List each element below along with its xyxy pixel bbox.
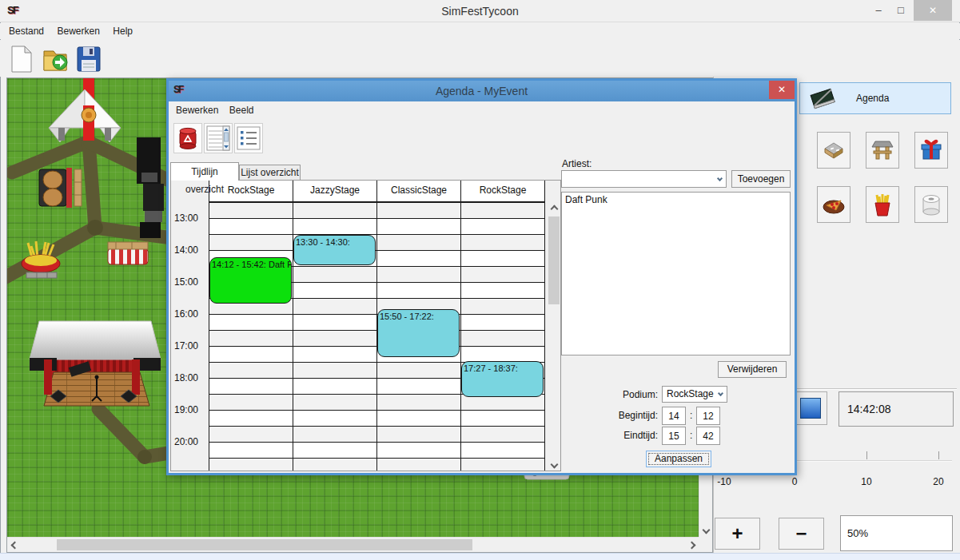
artist-label: Artiest: [562, 158, 592, 169]
chevron-up-icon [550, 205, 558, 212]
podium-dropdown[interactable]: RockStage [662, 386, 727, 403]
time-colon: : [690, 410, 692, 421]
dialog-menu-beeld[interactable]: Beeld [229, 101, 254, 116]
time-label: 19:00 [174, 404, 208, 415]
zoom-out-button[interactable]: − [779, 518, 824, 550]
timeline-view-button[interactable] [204, 123, 233, 153]
end-time-label: Eindtijd: [590, 430, 658, 441]
list-view-icon [237, 126, 261, 150]
blue-square-icon [800, 398, 821, 419]
schedule-scroll-thumb[interactable] [548, 216, 560, 304]
artist-listbox[interactable]: Daft Punk [561, 192, 791, 355]
chevron-down-icon [717, 176, 723, 181]
open-file-button[interactable] [40, 44, 70, 74]
chevron-right-icon [687, 541, 695, 549]
scroll-left-button[interactable] [7, 538, 22, 552]
item-stage-button[interactable] [866, 132, 899, 169]
apply-button[interactable]: Aanpassen [646, 451, 711, 467]
podium-label: Podium: [600, 389, 658, 400]
time-label: 18:00 [174, 372, 208, 383]
speaker-stack[interactable] [137, 137, 164, 238]
artist-dropdown[interactable] [561, 170, 727, 188]
time-label: 17:00 [174, 340, 208, 351]
agenda-book-icon [807, 85, 839, 112]
status-bar [0, 553, 960, 560]
save-floppy-icon [76, 46, 102, 73]
add-artist-button[interactable]: Toevoegen [731, 170, 791, 188]
events-layer: 14:12 - 15:42: Daft Punk13:30 - 14:30:15… [209, 202, 545, 471]
menu-bestand[interactable]: Bestand [8, 24, 45, 38]
item-fries-button[interactable] [866, 186, 899, 223]
main-toolbar [0, 40, 960, 77]
menu-help[interactable]: Help [112, 24, 133, 38]
tab-tijdlijn-overzicht[interactable]: Tijdlijn overzicht [170, 162, 239, 181]
column-header: JazzyStage [293, 181, 377, 201]
title-bar: SF SimFestTycoon – □ ✕ [0, 0, 960, 22]
gift-box-icon [918, 137, 944, 163]
burger-stand[interactable] [39, 168, 82, 208]
agenda-dialog: SF Agenda - MyEvent ✕ Bewerken Beeld [166, 78, 797, 475]
dialog-close-button[interactable]: ✕ [769, 81, 795, 99]
scroll-down-button[interactable] [548, 458, 560, 471]
end-minute-field[interactable] [696, 427, 720, 445]
start-hour-field[interactable] [662, 407, 686, 425]
delete-event-button[interactable] [173, 123, 202, 153]
zoom-value: 50% [840, 515, 953, 551]
striped-booth[interactable] [108, 242, 148, 264]
schedule-event[interactable]: 14:12 - 15:42: Daft Punk [209, 257, 292, 304]
dialog-menu-bar: Bewerken Beeld [169, 101, 795, 119]
start-time-label: Begintijd: [590, 410, 658, 421]
agenda-button[interactable]: Agenda [799, 82, 951, 114]
start-minute-field[interactable] [696, 407, 720, 425]
schedule-scrollbar[interactable] [548, 202, 560, 471]
maximize-button[interactable]: □ [890, 0, 911, 21]
chevron-down-icon [703, 526, 711, 534]
slider-label: -10 [710, 476, 739, 487]
end-hour-field[interactable] [662, 427, 686, 445]
item-gift-button[interactable] [914, 132, 948, 169]
close-button[interactable]: ✕ [914, 0, 952, 21]
scroll-up-button[interactable] [548, 202, 560, 215]
map-horizontal-scrollbar[interactable] [7, 537, 699, 552]
open-folder-icon [41, 45, 70, 73]
time-label: 14:00 [174, 244, 208, 256]
column-header: ClassicStage [377, 181, 461, 201]
slider-tick [938, 451, 939, 459]
schedule-event[interactable]: 17:27 - 18:37: [461, 361, 544, 397]
time-label: 13:00 [174, 212, 208, 224]
scroll-right-button[interactable] [684, 538, 699, 552]
dialog-title: Agenda - MyEvent [169, 81, 795, 101]
stage-structure-icon [870, 138, 895, 162]
road-tile-icon [821, 139, 846, 161]
schedule-panel: 13:0014:0015:0016:0017:0018:0019:0020:00… [170, 180, 561, 471]
menu-bewerken[interactable]: Bewerken [57, 24, 101, 38]
party-tent[interactable] [49, 89, 121, 142]
new-file-button[interactable] [6, 44, 37, 74]
hscroll-thumb[interactable] [57, 539, 472, 550]
tab-lijst-overzicht[interactable]: Lijst overzicht [239, 165, 301, 181]
zoom-in-button[interactable]: + [715, 518, 760, 550]
minimize-button[interactable]: – [868, 0, 889, 21]
dialog-title-bar[interactable]: SF Agenda - MyEvent [169, 81, 795, 101]
slider-label: 10 [852, 476, 881, 487]
time-colon: : [690, 430, 692, 441]
schedule-event[interactable]: 13:30 - 14:30: [293, 235, 376, 265]
item-road-button[interactable] [817, 132, 850, 169]
dialog-menu-bewerken[interactable]: Bewerken [176, 101, 218, 116]
save-button[interactable] [74, 44, 104, 74]
main-stage[interactable] [30, 321, 161, 406]
artist-list-item[interactable]: Daft Punk [562, 193, 790, 207]
main-window: SF SimFestTycoon – □ ✕ Bestand Bewerken … [0, 0, 960, 560]
pause-button[interactable] [794, 391, 827, 425]
remove-button[interactable]: Verwijderen [718, 361, 787, 378]
item-pizza-button[interactable] [817, 186, 850, 223]
scroll-down-button[interactable] [699, 523, 713, 537]
list-view-button[interactable] [234, 123, 263, 153]
slider-label: 20 [924, 476, 953, 487]
clock-display: 14:42:08 [839, 391, 954, 427]
slider-label: 0 [780, 476, 809, 487]
schedule-event[interactable]: 15:50 - 17:22: [377, 309, 460, 356]
item-toiletpaper-button[interactable] [914, 186, 948, 223]
time-label: 16:00 [174, 308, 208, 320]
chevron-down-icon [550, 460, 558, 468]
